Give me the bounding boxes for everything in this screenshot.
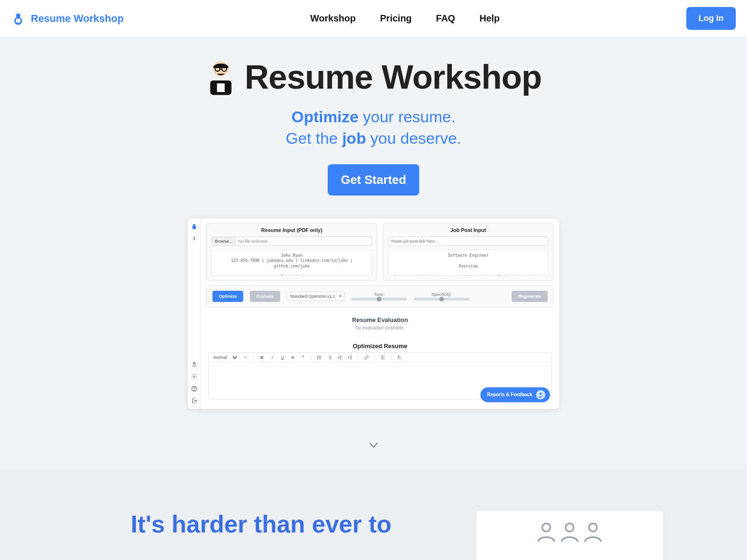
evaluation-title: Resume Evaluation — [208, 316, 552, 323]
gear-icon[interactable] — [191, 373, 197, 380]
jobpost-input-panel: Job Post Input Software Engineer Overvie… — [383, 223, 554, 281]
hero-sub-bold-1: Optimize — [291, 108, 359, 126]
clear-format-icon[interactable] — [396, 354, 402, 361]
hero-logo-icon — [205, 58, 236, 96]
brand-logo-icon — [11, 12, 25, 26]
strike-icon[interactable]: S — [289, 354, 296, 361]
tb-format-select[interactable]: Normal — [211, 355, 239, 360]
resume-panel-title: Resume Input (PDF only) — [211, 227, 372, 233]
nav-link-pricing[interactable]: Pricing — [380, 13, 412, 24]
regenerate-button[interactable]: Regenerate — [512, 291, 548, 302]
svg-point-14 — [194, 390, 194, 390]
jobpost-preview-text: Software Engineer Overview We are passio… — [388, 250, 549, 276]
svg-point-18 — [317, 356, 318, 356]
specificity-slider[interactable] — [414, 298, 470, 301]
brand-link[interactable]: Resume Workshop — [11, 12, 124, 26]
chevron-right-icon[interactable] — [191, 235, 197, 242]
app-main: Resume Input (PDF only) Browse... No fil… — [201, 218, 559, 409]
evaluation-block: Resume Evaluation No evaluation availabl… — [206, 314, 554, 333]
optimizer-version-select[interactable]: Standard Optimizer v1.1 — [287, 292, 345, 301]
resume-browse-button[interactable]: Browse... — [212, 237, 236, 245]
tone-slider[interactable] — [351, 298, 407, 301]
svg-point-36 — [589, 523, 597, 531]
jobpost-link-input[interactable] — [388, 237, 549, 246]
feedback-avatar-icon — [536, 390, 545, 399]
rail-brand-icon — [191, 223, 197, 230]
feedback-button[interactable]: Reports & Feedback — [480, 387, 550, 402]
section-harder-than-ever: It's harder than ever to — [0, 470, 747, 560]
jobpost-panel-title: Job Post Input — [388, 227, 549, 233]
section2-illustration-card — [476, 511, 663, 560]
chevron-down-icon[interactable] — [242, 354, 249, 361]
tb-sep — [254, 355, 254, 360]
svg-point-12 — [193, 376, 195, 378]
person-icon — [557, 519, 582, 544]
svg-point-35 — [565, 523, 573, 531]
top-nav: Resume Workshop Workshop Pricing FAQ Hel… — [0, 0, 747, 37]
nav-link-faq[interactable]: FAQ — [436, 13, 455, 24]
ul-icon[interactable] — [316, 354, 323, 361]
hero-title: Resume Workshop — [245, 58, 542, 96]
nav-link-help[interactable]: Help — [479, 13, 500, 24]
tb-sep — [358, 355, 359, 360]
svg-point-11 — [193, 362, 195, 364]
hero-sub-post-2: you deserve. — [366, 129, 461, 147]
tb-sep — [374, 355, 375, 360]
svg-point-33 — [540, 392, 542, 395]
svg-point-20 — [317, 358, 318, 359]
specificity-label: Specificity: — [414, 292, 470, 297]
hero-subtitle: Optimize your resume. Get the job you de… — [0, 106, 747, 149]
outdent-icon[interactable] — [337, 354, 343, 361]
scroll-down-indicator[interactable] — [0, 438, 747, 451]
section2-title: It's harder than ever to — [131, 511, 392, 538]
ol-icon[interactable] — [326, 354, 333, 361]
svg-point-10 — [193, 224, 195, 226]
people-icon-row — [536, 519, 603, 544]
feedback-label: Reports & Feedback — [487, 392, 532, 397]
person-icon — [534, 519, 558, 544]
align-icon[interactable] — [380, 354, 386, 361]
quote-icon[interactable]: ❞ — [300, 354, 306, 361]
get-started-button[interactable]: Get Started — [328, 164, 419, 196]
indent-icon[interactable] — [347, 354, 353, 361]
optimize-button[interactable]: Optimize — [212, 291, 243, 302]
logout-icon[interactable] — [191, 398, 197, 404]
tone-label: Tone: — [351, 292, 407, 297]
bold-icon[interactable]: B — [259, 354, 265, 361]
resume-input-panel: Resume Input (PDF only) Browse... No fil… — [206, 223, 377, 281]
svg-point-9 — [192, 225, 196, 229]
svg-point-34 — [542, 523, 550, 531]
optimizer-version-select-wrap[interactable]: Standard Optimizer v1.1 — [287, 292, 345, 301]
brand-name: Resume Workshop — [31, 13, 124, 25]
resume-file-input[interactable]: Browse... No file selected. — [211, 237, 372, 246]
app-side-rail — [188, 218, 201, 409]
evaluate-button[interactable]: Evaluate — [250, 291, 280, 302]
tone-slider-group: Tone: — [351, 292, 407, 301]
hero: Resume Workshop Optimize your resume. Ge… — [0, 37, 747, 461]
optimized-title: Optimized Resume — [208, 343, 552, 350]
svg-point-19 — [317, 357, 318, 357]
svg-point-1 — [16, 13, 20, 17]
italic-icon[interactable]: I — [269, 354, 275, 361]
svg-rect-4 — [217, 84, 225, 92]
specificity-slider-group: Specificity: — [414, 292, 470, 301]
editor-toolbar: Normal B I U S ❞ — [209, 353, 551, 363]
svg-rect-2 — [16, 19, 20, 22]
tb-sep — [311, 355, 311, 360]
help-icon[interactable] — [191, 385, 197, 392]
link-icon[interactable] — [363, 354, 370, 361]
resume-file-state: No file selected. — [236, 239, 268, 244]
app-preview: Resume Input (PDF only) Browse... No fil… — [187, 218, 560, 409]
nav-link-workshop[interactable]: Workshop — [310, 13, 356, 24]
person-icon — [581, 519, 605, 544]
user-icon[interactable] — [191, 361, 197, 368]
hero-sub-bold-2: job — [342, 129, 366, 147]
underline-icon[interactable]: U — [279, 354, 286, 361]
control-bar: Optimize Evaluate Standard Optimizer v1.… — [206, 286, 554, 307]
hero-sub-pre-2: Get the — [286, 129, 342, 147]
resume-preview-text: Jake Ryan 123-456-7890 | jake@su.edu | l… — [211, 250, 372, 276]
tb-sep — [391, 355, 391, 360]
nav-links: Workshop Pricing FAQ Help — [310, 13, 500, 24]
login-button[interactable]: Log In — [686, 7, 736, 30]
evaluation-text: No evaluation available. — [208, 325, 552, 330]
